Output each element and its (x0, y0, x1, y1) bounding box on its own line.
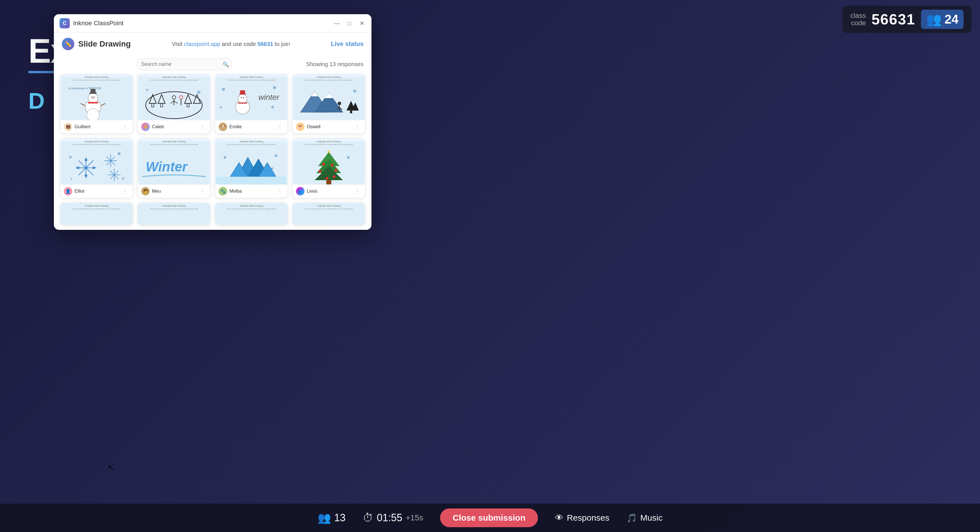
card-label-5: Example Slide Drawing (60, 140, 133, 143)
close-submission-button[interactable]: Close submission (440, 508, 538, 527)
card-subtitle-6: Draw the season that has the shortest da… (138, 143, 210, 145)
card-menu-oswell[interactable]: ⋮ (353, 123, 361, 131)
card-menu-elliot[interactable]: ⋮ (121, 188, 129, 195)
responses-label: Responses (567, 513, 609, 522)
svg-point-9 (91, 97, 92, 97)
username-oswell: Oswell (307, 124, 320, 129)
dialog-titlebar: C Inknoe ClassPoint — □ ✕ (54, 14, 371, 33)
svg-point-33 (238, 94, 247, 103)
svg-rect-49 (350, 110, 352, 113)
avatar-guilbert: 🐻 (64, 123, 72, 131)
site-link[interactable]: classpoint.app (184, 41, 220, 47)
card-menu-caleb[interactable]: ⋮ (198, 123, 207, 131)
slide-subtitle: D (29, 88, 45, 114)
card-menu-melba[interactable]: ⋮ (275, 188, 284, 195)
minimize-button[interactable]: — (333, 19, 341, 27)
svg-text:Winter: Winter (146, 159, 188, 174)
svg-point-62 (85, 159, 87, 161)
svg-point-94 (322, 163, 325, 166)
username-elliot: Elliot (75, 189, 84, 194)
svg-point-10 (94, 97, 95, 97)
card-partial-image-2: Example Slide Drawing Draw the season th… (138, 203, 210, 225)
maximize-button[interactable]: □ (345, 19, 353, 27)
svg-point-96 (318, 170, 321, 173)
count-icon: 👥 (318, 511, 331, 524)
card-melba: Example Slide Drawing Draw the season th… (215, 138, 288, 198)
card-partial-subtitle-2: Draw the season that has the shortest da… (138, 208, 210, 210)
music-action[interactable]: 🎵 Music (627, 513, 662, 523)
svg-text:a snowman in WINTER: a snowman in WINTER (68, 86, 101, 90)
card-footer-melba: 🐾 Melba ⋮ (215, 185, 288, 198)
card-label-6: Example Slide Drawing (138, 140, 210, 143)
svg-point-95 (331, 164, 334, 167)
search-button[interactable]: 🔍 (223, 61, 229, 67)
card-subtitle-2: Draw the season that has the shortest da… (138, 79, 210, 81)
dialog-controls: — □ ✕ (333, 19, 366, 27)
card-partial-subtitle-3: Draw the season that has the shortest da… (215, 208, 288, 210)
join-text: to join (275, 41, 290, 47)
card-partial-label-1: Example Slide Drawing (60, 205, 133, 207)
username-lexis: Lexis (307, 189, 317, 194)
card-label-4: Example Slide Drawing (293, 76, 365, 78)
card-footer-emilie: 🐶 Emilie ⋮ (215, 120, 288, 133)
svg-point-98 (326, 177, 328, 180)
card-user-oswell: 🐕 Oswell (296, 123, 320, 131)
card-lexis: Example Slide Drawing Draw the season th… (292, 138, 365, 198)
username-melba: Melba (229, 189, 242, 194)
card-subtitle-1: Draw the season that has the shortest da… (60, 79, 133, 81)
svg-rect-35 (240, 90, 245, 94)
class-code-badge: classcode 56631 👥 24 (842, 6, 972, 33)
music-icon: 🎵 (627, 513, 637, 523)
join-code: 56631 (258, 41, 274, 47)
card-user-melba: 🐾 Melba (219, 187, 242, 196)
timer-value: 01:55 (377, 512, 402, 524)
svg-point-51 (338, 102, 341, 105)
card-footer-caleb: 🎨 Caleb ⋮ (138, 120, 210, 133)
search-area: 🔍 Showing 13 responses (54, 55, 371, 74)
card-image-emilie: Example Slide Drawing Draw the season th… (215, 74, 288, 120)
students-count-badge: 👥 24 (921, 10, 964, 29)
visit-text: Visit (172, 41, 182, 47)
svg-text:❄: ❄ (271, 105, 275, 110)
submission-count-stat: 👥 13 (318, 511, 346, 524)
card-menu-meu[interactable]: ⋮ (198, 188, 207, 195)
svg-text:✳: ✳ (121, 176, 125, 181)
card-label-2: Example Slide Drawing (138, 76, 210, 78)
card-partial-subtitle-4: Draw the season that has the shortest da… (293, 208, 365, 210)
dialog-titlebar-left: C Inknoe ClassPoint (60, 18, 123, 29)
responses-action[interactable]: 👁 Responses (555, 513, 609, 522)
card-partial-image-4: Example Slide Drawing Draw the season th… (293, 203, 365, 225)
username-meu: Meu (152, 189, 161, 194)
svg-point-99 (332, 175, 336, 178)
avatar-meu: 🧑 (141, 187, 150, 196)
live-status-button[interactable]: Live status (331, 40, 364, 48)
card-label-8: Example Slide Drawing (293, 140, 365, 143)
card-subtitle-5: Draw the season that has the shortest da… (60, 143, 133, 145)
card-image-guilbert: Example Slide Drawing Draw the season th… (60, 74, 133, 120)
close-button[interactable]: ✕ (358, 19, 366, 27)
responses-count: Showing 13 responses (306, 61, 364, 67)
card-menu-emilie[interactable]: ⋮ (275, 123, 284, 131)
svg-rect-6 (91, 89, 95, 93)
username-emilie: Emilie (229, 124, 242, 129)
card-partial-2: Example Slide Drawing Draw the season th… (138, 202, 210, 225)
music-label: Music (640, 513, 662, 522)
card-emilie: Example Slide Drawing Draw the season th… (215, 74, 288, 134)
svg-text:❄: ❄ (221, 86, 226, 92)
svg-point-38 (243, 97, 244, 99)
username-guilbert: Guilbert (75, 124, 91, 129)
card-partial-image-3: Example Slide Drawing Draw the season th… (215, 203, 288, 225)
card-label-3: Example Slide Drawing (215, 76, 288, 78)
card-menu-guilbert[interactable]: ⋮ (121, 123, 129, 131)
card-menu-lexis[interactable]: ⋮ (353, 188, 361, 195)
svg-rect-93 (326, 180, 331, 185)
card-image-lexis: Example Slide Drawing Draw the season th… (293, 139, 365, 185)
svg-text:✳: ✳ (68, 155, 72, 160)
card-partial-4: Example Slide Drawing Draw the season th… (292, 202, 365, 225)
card-image-meu: Example Slide Drawing Draw the season th… (138, 139, 210, 185)
search-input[interactable] (136, 58, 232, 70)
card-subtitle-4: Draw the season that has the shortest da… (293, 79, 365, 81)
card-partial-label-3: Example Slide Drawing (215, 205, 288, 207)
avatar-elliot: 👤 (64, 187, 72, 196)
avatar-emilie: 🐶 (219, 123, 227, 131)
